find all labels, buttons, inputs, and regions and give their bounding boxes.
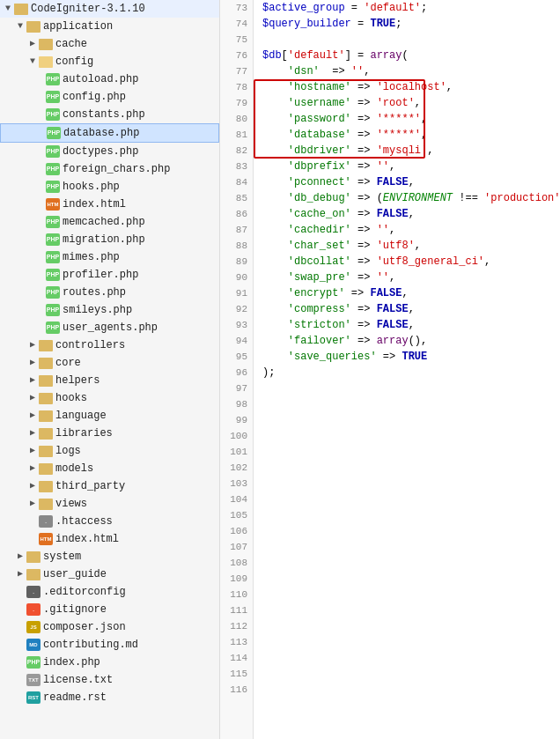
- gitignore-label: .gitignore: [43, 602, 107, 617]
- code-line-111: [262, 602, 560, 618]
- file-autoload[interactable]: PHP autoload.php: [0, 70, 219, 88]
- folder-core[interactable]: ▶ core: [0, 354, 219, 372]
- code-line-110: [262, 587, 560, 602]
- root-label: CodeIgniter-3.1.10: [31, 1, 145, 17]
- php-icon-hooks: PHP: [46, 181, 60, 193]
- code-line-98: [262, 396, 560, 412]
- md-icon: MD: [26, 639, 41, 651]
- autoload-label: autoload.php: [63, 71, 138, 87]
- editorconfig-label: .editorconfig: [43, 584, 126, 600]
- code-line-91: 'encrypt' => FALSE,: [262, 285, 560, 301]
- root-arrow: ▼: [2, 1, 14, 17]
- file-contributing[interactable]: MD contributing.md: [0, 636, 219, 654]
- tree-root[interactable]: ▼ CodeIgniter-3.1.10: [0, 0, 219, 18]
- code-line-97: [262, 381, 560, 396]
- code-line-95: 'save_queries' => TRUE: [262, 349, 560, 365]
- file-gitignore[interactable]: . .gitignore: [0, 601, 219, 618]
- file-index-html-app[interactable]: HTM index.html: [0, 530, 219, 548]
- file-config-php[interactable]: PHP config.php: [0, 88, 219, 106]
- file-foreign-chars[interactable]: PHP foreign_chars.php: [0, 160, 219, 178]
- file-htaccess[interactable]: . .htaccess: [0, 513, 219, 530]
- folder-user-guide[interactable]: ▶ user_guide: [0, 565, 219, 583]
- file-routes[interactable]: PHP routes.php: [0, 284, 219, 301]
- file-mimes[interactable]: PHP mimes.php: [0, 248, 219, 266]
- code-line-73: $active_group = 'default';: [262, 0, 560, 16]
- code-line-74: $query_builder = TRUE;: [262, 16, 560, 32]
- models-arrow: ▶: [26, 461, 39, 477]
- htaccess-icon: .: [39, 515, 53, 528]
- file-memcached[interactable]: PHP memcached.php: [0, 213, 219, 231]
- config-arrow: ▼: [26, 54, 39, 70]
- code-line-115: [262, 666, 560, 682]
- line-numbers: 7374757677787980818283848586878889909192…: [220, 0, 254, 739]
- database-label: database.php: [63, 125, 139, 141]
- code-line-93: 'stricton' => FALSE,: [262, 317, 560, 333]
- php-icon-config: PHP: [46, 91, 60, 103]
- php-icon-memcached: PHP: [46, 216, 60, 228]
- code-line-96: );: [262, 365, 560, 381]
- foreign-label: foreign_chars.php: [63, 161, 170, 177]
- constants-label: constants.php: [63, 107, 145, 122]
- file-profiler[interactable]: PHP profiler.php: [0, 266, 219, 284]
- code-line-75: [262, 32, 560, 48]
- third-party-label: third_party: [55, 478, 125, 494]
- folder-controllers[interactable]: ▶ controllers: [0, 336, 219, 354]
- folder-libraries[interactable]: ▶ libraries: [0, 425, 219, 442]
- file-license[interactable]: TXT license.txt: [0, 671, 219, 689]
- folder-application[interactable]: ▼ application: [0, 18, 219, 35]
- file-index-php-root[interactable]: PHP index.php: [0, 654, 219, 671]
- file-editorconfig[interactable]: . .editorconfig: [0, 583, 219, 601]
- code-line-89: 'dbcollat' => 'utf8_general_ci',: [262, 254, 560, 270]
- file-database[interactable]: PHP database.php: [0, 123, 219, 143]
- file-doctypes[interactable]: PHP doctypes.php: [0, 143, 219, 160]
- file-smileys[interactable]: PHP smileys.php: [0, 301, 219, 319]
- language-arrow: ▶: [26, 408, 39, 424]
- folder-third-party[interactable]: ▶ third_party: [0, 477, 219, 495]
- file-readme[interactable]: RST readme.rst: [0, 689, 219, 706]
- folder-views[interactable]: ▶ views: [0, 495, 219, 513]
- code-line-102: [262, 460, 560, 476]
- folder-system[interactable]: ▶ system: [0, 548, 219, 565]
- hooks-label: hooks.php: [63, 179, 120, 195]
- code-line-108: [262, 555, 560, 571]
- file-user-agents[interactable]: PHP user_agents.php: [0, 319, 219, 336]
- file-index-html-config[interactable]: HTM index.html: [0, 196, 219, 213]
- file-migration[interactable]: PHP migration.php: [0, 231, 219, 248]
- core-arrow: ▶: [26, 355, 39, 371]
- composer-label: composer.json: [43, 619, 126, 635]
- code-line-83: 'dbprefix' => '',: [262, 159, 560, 174]
- hooks-arrow: ▶: [26, 390, 39, 406]
- html-icon-config: HTM: [46, 198, 60, 211]
- php-icon-smileys: PHP: [46, 304, 60, 316]
- migration-label: migration.php: [63, 232, 145, 248]
- file-composer[interactable]: JS composer.json: [0, 618, 219, 636]
- application-arrow: ▼: [14, 18, 26, 34]
- folder-helpers[interactable]: ▶ helpers: [0, 372, 219, 389]
- system-arrow: ▶: [14, 549, 26, 565]
- code-line-112: [262, 618, 560, 634]
- file-constants[interactable]: PHP constants.php: [0, 106, 219, 123]
- php-icon-doctypes: PHP: [46, 145, 60, 158]
- php-icon-profiler: PHP: [46, 269, 60, 281]
- file-hooks[interactable]: PHP hooks.php: [0, 178, 219, 196]
- php-icon-migration: PHP: [46, 233, 60, 246]
- code-line-80: 'password' => '*****',: [262, 111, 560, 127]
- code-line-114: [262, 650, 560, 666]
- index-php-root-label: index.php: [43, 654, 100, 670]
- code-line-113: [262, 634, 560, 650]
- code-line-78: 'hostname' => 'localhost',: [262, 79, 560, 95]
- folder-models[interactable]: ▶ models: [0, 460, 219, 477]
- folder-language[interactable]: ▶ language: [0, 407, 219, 425]
- folder-cache[interactable]: ▶ cache: [0, 35, 219, 53]
- code-line-92: 'compress' => FALSE,: [262, 301, 560, 317]
- folder-hooks[interactable]: ▶ hooks: [0, 389, 219, 407]
- annotation-arrow: [254, 79, 261, 159]
- txt-icon: TXT: [26, 674, 41, 686]
- code-content[interactable]: $active_group = 'default';$query_builder…: [254, 0, 560, 739]
- folder-logs[interactable]: ▶ logs: [0, 442, 219, 460]
- user-guide-arrow: ▶: [14, 566, 26, 582]
- code-line-106: [262, 523, 560, 539]
- controllers-arrow: ▶: [26, 337, 39, 353]
- smileys-label: smileys.php: [63, 302, 132, 318]
- folder-config[interactable]: ▼ config: [0, 53, 219, 70]
